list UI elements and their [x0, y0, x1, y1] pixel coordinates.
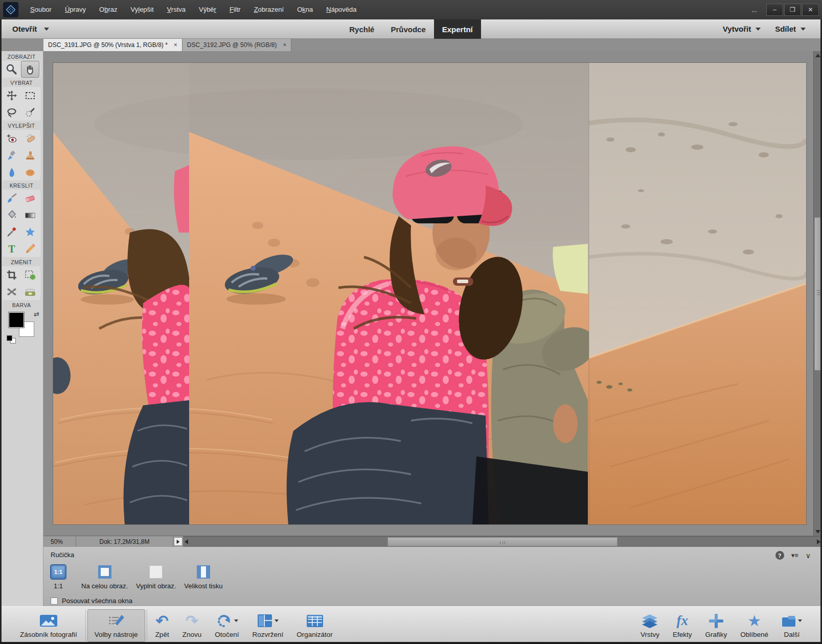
chevron-down-icon — [801, 28, 806, 31]
chevron-down-icon — [44, 28, 49, 31]
doc-tab-label: DSC_3192.JPG @ 50% (RGB/8) — [187, 41, 277, 49]
brush-tool-icon[interactable] — [3, 190, 21, 206]
zoom-tool-icon[interactable] — [3, 61, 21, 78]
close-tab-icon[interactable]: × — [174, 41, 177, 49]
menu-napoveda[interactable]: Nápověda — [319, 0, 363, 19]
photo-bin-icon — [39, 613, 58, 629]
gradient-tool-icon[interactable] — [21, 206, 39, 223]
spot-healing-tool-icon[interactable] — [21, 130, 39, 147]
smart-brush-tool-icon[interactable] — [3, 147, 21, 164]
recompose-tool-icon[interactable] — [21, 266, 39, 283]
graphics-label: Grafiky — [705, 631, 727, 638]
content-aware-move-tool-icon[interactable] — [3, 283, 21, 300]
graphics-icon — [709, 613, 724, 629]
clone-stamp-tool-icon[interactable] — [21, 147, 39, 164]
tab-rychle[interactable]: Rychlé — [341, 19, 382, 39]
menu-zobrazeni[interactable]: Zobrazení — [247, 0, 291, 19]
tool-options-button[interactable]: Volby nástroje — [87, 609, 145, 642]
red-eye-tool-icon[interactable] — [3, 130, 21, 147]
scroll-all-windows-checkbox[interactable] — [51, 597, 58, 605]
swap-colors-icon[interactable]: ⇄ — [34, 310, 39, 318]
layout-label: Rozvržení — [252, 631, 283, 638]
layout-button[interactable]: Rozvržení — [245, 609, 290, 642]
menu-vyber[interactable]: Výběr — [192, 0, 223, 19]
menu-upravy[interactable]: Úpravy — [58, 0, 93, 19]
zoom-level[interactable]: 50% — [43, 536, 76, 547]
horizontal-scroll-thumb[interactable] — [387, 537, 618, 546]
photo-bin-button[interactable]: Zásobník fotografií — [13, 609, 84, 642]
aerial-strip-right — [589, 63, 806, 524]
straighten-tool-icon[interactable] — [21, 283, 39, 300]
marquee-tool-icon[interactable] — [21, 87, 39, 104]
effects-button[interactable]: fx Efekty — [666, 609, 699, 642]
tab-pruvodce[interactable]: Průvodce — [382, 19, 433, 39]
fit-screen-button[interactable]: Na celou obraz. — [81, 565, 128, 590]
scroll-right-icon[interactable] — [817, 539, 820, 544]
favorites-button[interactable]: ★ Oblíbené — [734, 609, 775, 642]
blur-tool-icon[interactable] — [3, 164, 21, 180]
fill-screen-button[interactable]: Vyplnit obraz. — [136, 565, 176, 590]
move-tool-icon[interactable] — [3, 87, 21, 104]
pencil-tool-icon[interactable] — [21, 240, 39, 257]
photo-document[interactable] — [53, 63, 806, 524]
rotate-label: Otočení — [215, 631, 239, 638]
menu-soubor[interactable]: Soubor — [24, 0, 58, 19]
doc-tab-dsc3192[interactable]: DSC_3192.JPG @ 50% (RGB/8) × — [182, 39, 292, 51]
undo-button[interactable]: ↶ Zpět — [149, 609, 176, 642]
organizer-button[interactable]: Organizátor — [290, 609, 339, 642]
shape-tool-icon[interactable] — [21, 223, 39, 240]
lasso-tool-icon[interactable] — [3, 104, 21, 121]
menu-vrstva[interactable]: Vrstva — [161, 0, 192, 19]
open-button[interactable]: Otevřít — [0, 19, 54, 38]
more-button[interactable]: Další — [775, 609, 809, 642]
favorites-label: Oblíbené — [740, 631, 768, 638]
separator — [147, 610, 147, 641]
arrange-windows-icon: ↔ — [750, 6, 758, 14]
create-button[interactable]: Vytvořit — [716, 25, 768, 33]
paint-bucket-tool-icon[interactable] — [3, 206, 21, 223]
minimize-button[interactable]: – — [766, 4, 783, 16]
canvas-area[interactable] — [43, 51, 822, 536]
quick-selection-tool-icon[interactable] — [21, 104, 39, 121]
print-size-button[interactable]: Velikost tisku — [184, 565, 222, 590]
zoom-1-1-button[interactable]: 1:1 1:1 — [51, 565, 66, 590]
close-tab-icon[interactable]: × — [283, 41, 286, 49]
status-options-button[interactable] — [174, 537, 182, 546]
rotate-icon — [216, 613, 232, 629]
foreground-color-swatch[interactable] — [9, 312, 24, 328]
default-colors-icon[interactable] — [7, 335, 12, 341]
print-size-icon — [197, 565, 210, 579]
panel-menu-icon[interactable]: ▾≡ — [791, 551, 798, 559]
eraser-tool-icon[interactable] — [21, 190, 39, 206]
rotate-button[interactable]: Otočení — [208, 609, 245, 642]
help-icon[interactable]: ? — [775, 551, 784, 560]
layers-button[interactable]: Vrstvy — [634, 609, 666, 642]
close-button[interactable]: ✕ — [802, 4, 819, 16]
maximize-button[interactable]: ❐ — [784, 4, 801, 16]
eyedropper-tool-icon[interactable] — [3, 223, 21, 240]
menu-okna[interactable]: Okna — [290, 0, 319, 19]
undo-icon: ↶ — [156, 613, 169, 629]
menu-obraz[interactable]: Obraz — [93, 0, 124, 19]
doc-tab-dsc3191[interactable]: DSC_3191.JPG @ 50% (Vrstva 1, RGB/8) * × — [43, 39, 182, 51]
graphics-button[interactable]: Grafiky — [698, 609, 734, 642]
share-button[interactable]: Sdílet — [768, 25, 813, 33]
layout-icon — [257, 614, 272, 628]
scroll-left-icon[interactable] — [185, 539, 188, 544]
menu-filtr[interactable]: Filtr — [223, 0, 247, 19]
menu-vylepsit[interactable]: Vylepšit — [124, 0, 161, 19]
effects-label: Efekty — [673, 631, 692, 638]
redo-button[interactable]: ↷ Znovu — [176, 609, 209, 642]
tab-expertni[interactable]: Expertní — [434, 19, 481, 39]
collapse-panel-icon[interactable]: ∨ — [806, 551, 811, 560]
type-tool-icon[interactable]: T — [3, 240, 21, 257]
photo-bin-label: Zásobník fotografií — [20, 631, 77, 638]
sponge-tool-icon[interactable] — [21, 164, 39, 180]
chevron-down-icon — [798, 619, 802, 622]
crop-tool-icon[interactable] — [3, 266, 21, 283]
open-label: Otevřít — [12, 25, 37, 33]
section-zmenit: ZMĚNIT — [0, 258, 43, 266]
horizontal-scrollbar[interactable] — [183, 536, 822, 547]
fit-screen-label: Na celou obraz. — [81, 582, 128, 590]
hand-tool-icon[interactable] — [21, 61, 39, 78]
